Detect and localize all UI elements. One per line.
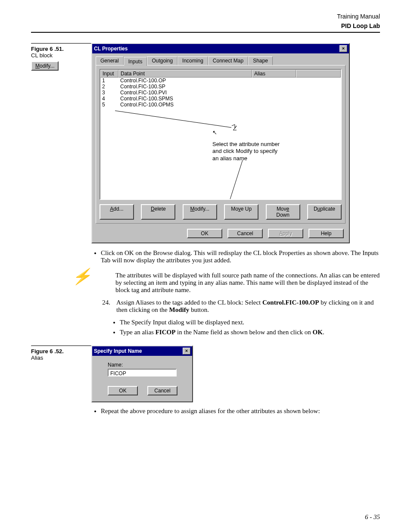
- dialog-title: CL Properties: [94, 46, 128, 52]
- tab-inputs[interactable]: Inputs: [124, 57, 147, 66]
- figure-51-caption-block: Figure 6 .51. CL block Modify...: [31, 43, 91, 71]
- header-line1: Training Manual: [31, 13, 380, 20]
- step-number: 24.: [91, 299, 116, 314]
- delete-button[interactable]: Delete: [141, 204, 175, 220]
- list-row[interactable]: 3Control.FIC-100.PVI: [100, 90, 341, 96]
- col-blank: [296, 70, 341, 78]
- modify-button-example[interactable]: Modify...: [31, 61, 59, 71]
- specify-input-dialog: Specify Input Name × Name: FICOP OK Canc…: [91, 345, 193, 402]
- svg-line-1: [225, 160, 243, 199]
- close-icon[interactable]: ×: [339, 45, 347, 52]
- bullet-specify-dialog: The Specify Input dialog will be display…: [120, 319, 380, 326]
- dialog-footer: OK Cancel Apply Help: [92, 227, 349, 243]
- name-field[interactable]: FICOP: [108, 369, 177, 376]
- body-text-block: Click on OK on the Browse dialog. This w…: [91, 249, 380, 264]
- ok-button[interactable]: OK: [108, 386, 138, 395]
- titlebar: CL Properties ×: [92, 44, 349, 53]
- help-button[interactable]: Help: [308, 229, 344, 238]
- duplicate-button[interactable]: Duplicate: [307, 204, 342, 220]
- name-label: Name:: [108, 362, 184, 368]
- dialog-title: Specify Input Name: [94, 348, 142, 354]
- page-number: 6 - 35: [365, 513, 380, 521]
- list-row[interactable]: 5Control.FIC-100.OPMS: [100, 102, 341, 108]
- figure-52-number: Figure 6 .52.: [31, 348, 64, 355]
- inputs-listbox[interactable]: Input Data Point Alias 1Control.FIC-100.…: [100, 69, 342, 200]
- tab-outgoing[interactable]: Outgoing: [147, 56, 177, 65]
- bullet-ok-browse: Click on OK on the Browse dialog. This w…: [101, 249, 380, 264]
- figure-52-caption: Alias: [31, 355, 91, 361]
- figure-51-number: Figure 6 .51.: [31, 46, 64, 52]
- cancel-button[interactable]: Cancel: [227, 229, 263, 238]
- ok-button[interactable]: OK: [187, 229, 222, 238]
- apply-button: Apply: [268, 229, 303, 238]
- close-icon[interactable]: ×: [183, 348, 190, 355]
- modify-button[interactable]: Modify...: [183, 204, 217, 220]
- step-24: 24. Assign Aliases to the tags added to …: [91, 299, 380, 314]
- bullet-repeat: Repeat the above procedure to assign ali…: [101, 408, 380, 415]
- tab-shape[interactable]: Shape: [248, 56, 273, 65]
- tab-strip: General Inputs Outgoing Incoming Connect…: [92, 53, 349, 65]
- col-data-point[interactable]: Data Point: [118, 70, 252, 78]
- lightning-icon: ⚡: [31, 272, 91, 283]
- annotation-text: Select the attribute number and click Mo…: [212, 141, 280, 162]
- tab-general[interactable]: General: [96, 56, 124, 65]
- add-button[interactable]: Add...: [100, 204, 134, 220]
- header-rule: [31, 32, 380, 33]
- list-row[interactable]: 4Control.FIC-100.SPMS: [100, 96, 341, 102]
- col-alias[interactable]: Alias: [252, 70, 296, 78]
- figure-51-caption: CL block: [31, 52, 91, 59]
- movedown-button[interactable]: Move Down: [266, 204, 300, 220]
- list-action-buttons: Add... Delete Modify... Move Up Move Dow…: [100, 204, 342, 220]
- note-paragraph: The attributes will be displayed with fu…: [91, 272, 380, 299]
- tab-incoming[interactable]: Incoming: [177, 56, 208, 65]
- cancel-button[interactable]: Cancel: [147, 386, 177, 395]
- list-row[interactable]: 1Control.FIC-100.OP: [100, 78, 341, 84]
- col-input[interactable]: Input: [100, 70, 118, 78]
- moveup-button[interactable]: Move Up: [224, 204, 258, 220]
- list-row[interactable]: 2Control.FIC-100.SP: [100, 84, 341, 90]
- header-line2: PID Loop Lab: [31, 22, 380, 29]
- tab-connect-map[interactable]: Connect Map: [208, 56, 248, 65]
- list-header: Input Data Point Alias: [100, 70, 341, 78]
- tab-panel-inputs: Input Data Point Alias 1Control.FIC-100.…: [96, 65, 346, 224]
- cursor-icon: ↖: [212, 129, 217, 136]
- figure-52-caption-block: Figure 6 .52. Alias: [31, 345, 91, 361]
- titlebar: Specify Input Name ×: [92, 346, 192, 356]
- cl-properties-dialog: CL Properties × General Inputs Outgoing …: [91, 43, 350, 243]
- svg-line-0: [115, 111, 231, 128]
- bullet-type-alias: Type an alias FICOP in the Name field as…: [120, 329, 380, 336]
